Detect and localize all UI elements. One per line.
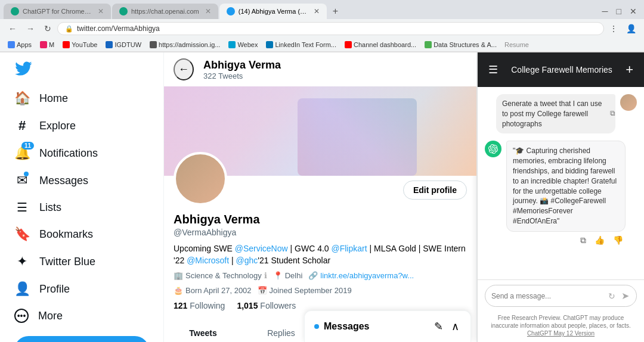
tab-favicon-1: [11, 7, 19, 15]
tab-close-2[interactable]: ✕: [205, 7, 211, 15]
tab-close-1[interactable]: ✕: [98, 7, 104, 15]
more-icon: •••: [14, 309, 29, 323]
bookmark-m[interactable]: M: [37, 40, 57, 49]
minimize-button[interactable]: ─: [599, 4, 612, 18]
sidebar-item-notifications[interactable]: 🔔 Notifications 11: [7, 139, 105, 167]
back-nav-button[interactable]: ←: [5, 21, 20, 36]
twitter-logo[interactable]: [7, 55, 156, 85]
explore-icon: #: [14, 118, 30, 133]
bookmark-favicon-ds: [425, 41, 432, 48]
tab-tweets[interactable]: Tweets: [164, 320, 242, 342]
close-button[interactable]: ✕: [626, 4, 640, 18]
copy-user-message-button[interactable]: ⧉: [610, 87, 615, 144]
browser-tab-1[interactable]: ChatGPT for Chrome & YouTu... ✕: [4, 4, 111, 19]
bookmark-channel[interactable]: Channel dashboard...: [342, 40, 419, 49]
thumbs-down-button[interactable]: 👎: [611, 234, 626, 247]
browser-tab-2[interactable]: https://chat.openai.com ✕: [112, 4, 218, 19]
chatgpt-menu-button[interactable]: ☰: [486, 61, 500, 79]
bookmark-favicon-m: [40, 41, 47, 48]
bookmark-label-channel: Channel dashboard...: [354, 41, 416, 48]
messages-compose-button[interactable]: ✎: [432, 318, 445, 335]
browser-chrome: ChatGPT for Chrome & YouTu... ✕ https://…: [0, 0, 644, 52]
bio-link-ghc[interactable]: @ghc: [236, 256, 258, 265]
twitter-bird-icon: [14, 60, 32, 77]
maximize-button[interactable]: □: [613, 4, 625, 18]
browser-action-buttons: ⋮ 👤: [606, 22, 639, 35]
sidebar-item-explore[interactable]: # Explore: [7, 112, 83, 139]
profile-back-button[interactable]: ←: [174, 58, 194, 80]
bookmarks-icon: 🔖: [14, 226, 30, 242]
bookmark-linkedin[interactable]: LinkedIn Text Form...: [263, 40, 339, 49]
followers-stat[interactable]: 1,015 Followers: [237, 301, 296, 310]
edit-profile-button[interactable]: Edit profile: [403, 181, 467, 200]
bookmarks-bar: Apps M YouTube IGDTUW https://admission.…: [0, 38, 644, 52]
chatgpt-disclaimer: Free Research Preview. ChatGPT may produ…: [478, 312, 644, 342]
sidebar-item-twitter-blue[interactable]: ✦ Twitter Blue: [7, 248, 103, 275]
bookmark-label-m: M: [49, 41, 54, 48]
chatgpt-messages: Generate a tweet that I can use to post …: [478, 87, 644, 279]
reload-button[interactable]: ↻: [41, 21, 55, 36]
sidebar-item-lists[interactable]: ☰ Lists: [7, 194, 69, 220]
tweet-button[interactable]: Tweet: [14, 336, 149, 342]
bookmark-resume[interactable]: Resume: [504, 41, 529, 48]
sidebar-item-bookmarks[interactable]: 🔖 Bookmarks: [7, 220, 100, 248]
extensions-icon[interactable]: ⋮: [606, 22, 621, 35]
forward-nav-button[interactable]: →: [23, 21, 38, 36]
info-icon: ℹ: [264, 271, 267, 280]
bookmark-label-linkedin: LinkedIn Text Form...: [275, 41, 336, 48]
bio-link-flipkart[interactable]: @Flipkart: [331, 244, 367, 253]
sidebar-profile-label: Profile: [39, 283, 70, 296]
tab-favicon-3: [227, 7, 235, 15]
chatgpt-refresh-button[interactable]: ↻: [607, 290, 617, 302]
bookmark-webex[interactable]: Webex: [225, 40, 261, 49]
bot-message-text: "🎓 Capturing cherished memories, embraci…: [513, 147, 617, 225]
messages-bar[interactable]: Messages ✎ ∧: [304, 310, 471, 342]
browser-tabs-bar: ChatGPT for Chrome & YouTu... ✕ https://…: [0, 0, 644, 19]
bookmark-label-ds: Data Structures & A...: [434, 41, 497, 48]
chatgpt-version-link[interactable]: ChatGPT May 12 Version: [527, 330, 595, 337]
twitter-blue-icon: ✦: [14, 254, 30, 269]
address-bar[interactable]: 🔒 twitter.com/VermaAbhigya: [57, 22, 604, 35]
twitter-sidebar: 🏠 Home # Explore 🔔 Notifications 11 ✉ Me…: [0, 52, 164, 342]
bookmark-apps[interactable]: Apps: [5, 40, 35, 49]
bookmark-label-apps: Apps: [17, 41, 32, 48]
bot-bubble: "🎓 Capturing cherished memories, embraci…: [506, 141, 626, 231]
chatgpt-send-button[interactable]: ➤: [620, 289, 630, 303]
notifications-badge: 11: [21, 142, 34, 150]
born-icon: 🎂: [174, 286, 183, 295]
tab-title-1: ChatGPT for Chrome & YouTu...: [23, 8, 92, 15]
messages-dot-badge: [24, 172, 29, 176]
bookmark-youtube[interactable]: YouTube: [60, 40, 100, 49]
profile-header-tweet-count: 322 Tweets: [203, 71, 281, 80]
bookmark-admission[interactable]: https://admission.ig...: [147, 40, 223, 49]
new-tab-button[interactable]: +: [328, 4, 343, 19]
following-stat[interactable]: 121 Following: [174, 301, 225, 310]
profile-nav-icon: 👤: [14, 281, 30, 297]
browser-tab-3[interactable]: (14) Abhigya Verma (@VermaAb... ✕: [219, 4, 327, 19]
bio-link-microsoft[interactable]: @Microsoft: [187, 256, 229, 265]
profile-icon[interactable]: 👤: [623, 22, 639, 35]
thumbs-up-button[interactable]: 👍: [592, 234, 607, 247]
copy-response-button[interactable]: ⧉: [578, 234, 589, 247]
chatgpt-input-field[interactable]: [491, 292, 603, 300]
bio-link-servicenow[interactable]: @ServiceNow: [235, 244, 288, 253]
sidebar-navigation: 🏠 Home # Explore 🔔 Notifications 11 ✉ Me…: [7, 85, 156, 329]
followers-label: Followers: [260, 301, 296, 310]
sidebar-item-profile[interactable]: 👤 Profile: [7, 275, 77, 303]
sidebar-home-label: Home: [39, 92, 68, 105]
chatgpt-new-chat-button[interactable]: +: [623, 60, 636, 80]
sidebar-item-more[interactable]: ••• More: [7, 303, 70, 329]
messages-collapse-button[interactable]: ∧: [450, 318, 461, 335]
profile-handle: @VermaAbhigya: [174, 228, 467, 237]
twitter-main-content: ← Abhigya Verma 322 Tweets Edit profile …: [164, 52, 477, 342]
bookmark-favicon-youtube: [63, 41, 70, 48]
sidebar-item-messages[interactable]: ✉ Messages: [7, 167, 95, 194]
tab-close-3[interactable]: ✕: [314, 7, 320, 15]
joined-icon: 📅: [258, 286, 267, 295]
website-link[interactable]: linktr.ee/abhigyaverma?w...: [320, 271, 414, 280]
bookmark-igdtuw[interactable]: IGDTUW: [103, 40, 144, 49]
bookmark-ds[interactable]: Data Structures & A...: [422, 40, 500, 49]
profile-avatar-wrap: [174, 152, 227, 206]
profile-meta-location: 📍 Delhi: [273, 271, 303, 280]
sidebar-item-home[interactable]: 🏠 Home: [7, 85, 75, 112]
